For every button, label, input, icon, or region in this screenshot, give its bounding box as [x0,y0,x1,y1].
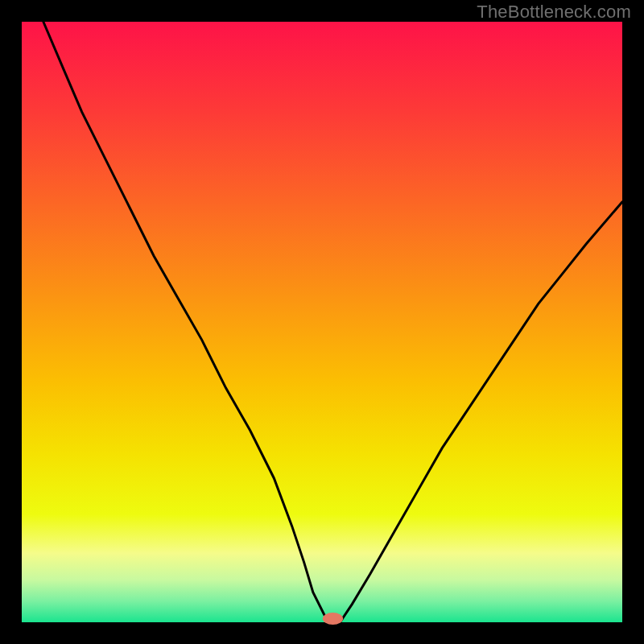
watermark-text: TheBottleneck.com [477,2,631,23]
outer-frame: TheBottleneck.com [0,0,644,644]
optimal-point-marker [323,613,343,625]
bottleneck-chart [0,0,644,644]
gradient-background [22,22,622,622]
